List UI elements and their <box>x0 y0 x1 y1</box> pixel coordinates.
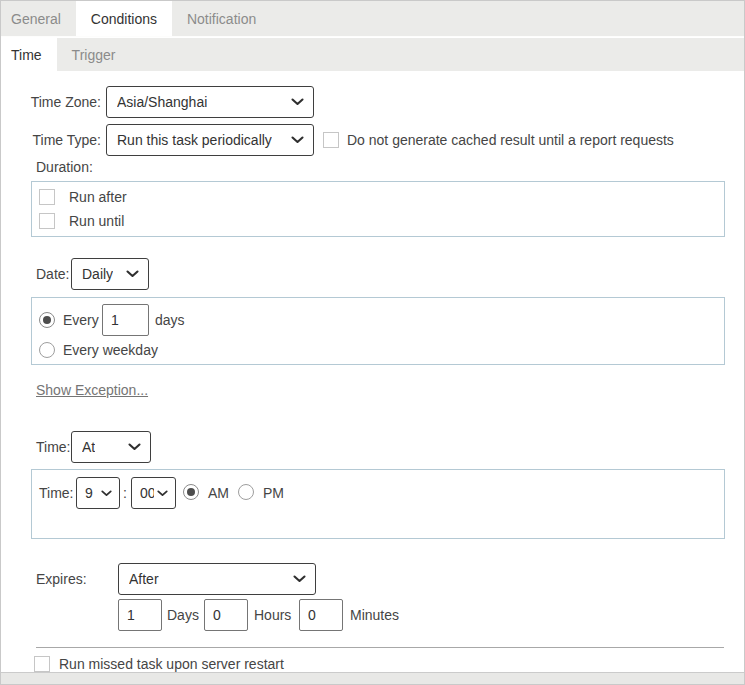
chevron-down-icon <box>126 270 139 278</box>
expire-minutes-input[interactable] <box>299 599 343 631</box>
run-after-checkbox[interactable] <box>39 189 55 205</box>
cache-result-label: Do not generate cached result until a re… <box>347 132 674 148</box>
time-mode-select[interactable]: At <box>71 431 151 463</box>
timetype-select-value: Run this task periodically <box>117 132 272 148</box>
pm-radio[interactable] <box>238 484 254 500</box>
chevron-down-icon <box>293 575 306 583</box>
date-options-groupbox: Every days Every weekday <box>31 297 725 365</box>
tab-trigger[interactable]: Trigger <box>57 38 131 71</box>
chevron-down-icon <box>101 490 112 497</box>
chevron-down-icon <box>157 490 168 497</box>
time-detail-label: Time: <box>39 485 73 501</box>
run-after-label: Run after <box>69 189 127 205</box>
chevron-down-icon <box>291 136 304 144</box>
timetype-select[interactable]: Run this task periodically <box>106 124 314 156</box>
every-weekday-radio[interactable] <box>39 342 55 358</box>
expires-select[interactable]: After <box>118 563 316 595</box>
footer-bar <box>1 672 744 684</box>
schedule-conditions-panel: General Conditions Notification Time Tri… <box>0 0 745 685</box>
time-separator: : <box>123 485 127 501</box>
expire-days-input[interactable] <box>118 599 162 631</box>
tab-general[interactable]: General <box>1 1 76 36</box>
tab-time[interactable]: Time <box>1 38 57 71</box>
pm-label: PM <box>263 485 284 501</box>
minute-select-value: 00 <box>140 485 154 501</box>
am-radio[interactable] <box>183 484 199 500</box>
hour-select[interactable]: 9 <box>76 477 120 509</box>
timetype-label: Time Type: <box>21 132 101 148</box>
run-missed-checkbox[interactable] <box>34 656 50 672</box>
timezone-label: Time Zone: <box>21 94 101 110</box>
date-label: Date: <box>36 266 69 282</box>
expire-days-label: Days <box>167 607 199 623</box>
expire-hours-input[interactable] <box>204 599 248 631</box>
primary-tab-bar: General Conditions Notification <box>1 1 744 37</box>
timezone-select[interactable]: Asia/Shanghai <box>106 86 314 118</box>
time-detail-groupbox: Time: 9 : 00 AM PM <box>31 469 725 539</box>
secondary-tab-bar: Time Trigger <box>1 38 744 71</box>
tab-conditions[interactable]: Conditions <box>76 1 172 36</box>
expire-hours-label: Hours <box>254 607 291 623</box>
expires-label: Expires: <box>36 571 87 587</box>
every-days-radio[interactable] <box>39 312 55 328</box>
expires-select-value: After <box>129 571 159 587</box>
am-label: AM <box>208 485 229 501</box>
run-missed-label: Run missed task upon server restart <box>59 656 284 672</box>
every-days-input[interactable] <box>102 304 149 336</box>
every-weekday-label: Every weekday <box>63 342 158 358</box>
timezone-select-value: Asia/Shanghai <box>117 94 207 110</box>
run-until-checkbox[interactable] <box>39 213 55 229</box>
tab-notification[interactable]: Notification <box>172 1 271 36</box>
show-exception-link[interactable]: Show Exception... <box>36 382 148 398</box>
duration-groupbox: Run after Run until <box>31 181 725 237</box>
cache-result-checkbox[interactable] <box>323 132 339 148</box>
every-days-suffix-label: days <box>155 312 185 328</box>
divider <box>36 647 724 648</box>
hour-select-value: 9 <box>85 485 93 501</box>
time-mode-label: Time: <box>36 439 70 455</box>
expire-minutes-label: Minutes <box>350 607 399 623</box>
date-select[interactable]: Daily <box>71 258 149 290</box>
time-mode-select-value: At <box>82 439 95 455</box>
date-select-value: Daily <box>82 266 113 282</box>
duration-label: Duration: <box>36 159 93 175</box>
minute-select[interactable]: 00 <box>131 477 176 509</box>
run-until-label: Run until <box>69 213 124 229</box>
every-days-label: Every <box>63 312 99 328</box>
chevron-down-icon <box>291 98 304 106</box>
chevron-down-icon <box>128 443 141 451</box>
